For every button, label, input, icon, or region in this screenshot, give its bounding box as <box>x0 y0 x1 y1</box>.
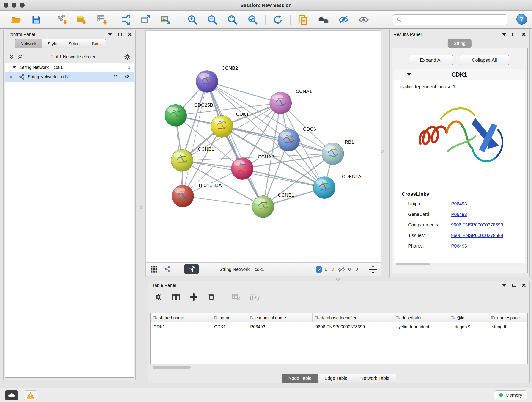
hide-selected-button[interactable] <box>337 14 350 26</box>
zoom-in-button[interactable] <box>186 14 199 26</box>
entry-collapse-icon[interactable] <box>407 73 411 76</box>
scrollbar-thumb[interactable] <box>396 263 430 265</box>
table-cell[interactable]: CDK1 <box>151 324 211 329</box>
network-graph[interactable]: CCNB2CCNA1CDC25BCDK1CDC6RB1CCNB1CCNA2CDK… <box>146 31 381 262</box>
crosslink-link[interactable]: P06493 <box>451 201 467 206</box>
save-session-button[interactable] <box>30 14 43 26</box>
zoom-selected-button[interactable] <box>246 14 259 26</box>
network-node-cdc6[interactable] <box>278 129 300 151</box>
panel-close-icon[interactable]: × <box>522 31 526 38</box>
tab-string[interactable]: String <box>448 39 472 48</box>
hidden-eye-icon[interactable] <box>338 266 345 273</box>
column-header-namespace[interactable]: namespace <box>489 313 528 322</box>
network-collection-row[interactable]: String Network – cdk1 1 <box>6 63 133 71</box>
show-columns-button[interactable] <box>172 293 180 301</box>
tab-style[interactable]: Style <box>42 39 63 48</box>
string-share-icon[interactable] <box>165 265 171 272</box>
panel-close-icon[interactable]: × <box>128 31 132 38</box>
table-horizontal-scrollbar[interactable] <box>152 366 191 369</box>
show-all-button[interactable] <box>357 14 370 26</box>
tab-network[interactable]: Network <box>15 39 42 48</box>
node-entry-header[interactable]: CDK1 <box>394 69 525 80</box>
crosslink-link[interactable]: P06493 <box>451 243 467 249</box>
network-node-ccna1[interactable] <box>270 92 292 114</box>
function-builder-button[interactable]: f(x) <box>250 293 260 301</box>
expand-collections-button[interactable] <box>8 54 15 60</box>
panel-float-icon[interactable] <box>512 32 516 36</box>
tab-network-table[interactable]: Network Table <box>354 374 396 383</box>
import-table-from-file-button[interactable] <box>96 14 109 26</box>
zoom-fit-button[interactable] <box>226 14 239 26</box>
panel-float-icon[interactable] <box>118 32 122 36</box>
minimize-button[interactable] <box>12 3 17 7</box>
memory-button[interactable]: Memory <box>494 390 527 400</box>
results-horizontal-scrollbar[interactable] <box>394 263 525 266</box>
copy-button[interactable] <box>297 14 309 26</box>
panel-collapse-icon[interactable] <box>108 33 113 36</box>
network-edge-ccnb2-hist1h1a[interactable] <box>183 82 207 196</box>
table-settings-gear-button[interactable] <box>154 293 162 301</box>
splitter-handle[interactable] <box>336 278 340 281</box>
network-node-ccnb1[interactable] <box>171 149 193 172</box>
network-edge-ccna2-rb1[interactable] <box>242 154 333 169</box>
delete-column-button[interactable] <box>208 293 215 301</box>
network-canvas[interactable]: CCNB2CCNA1CDC25BCDK1CDC6RB1CCNB1CCNA2CDK… <box>146 31 381 263</box>
table-cell[interactable]: stringdb <box>489 324 528 329</box>
import-network-from-file-button[interactable] <box>56 14 69 26</box>
network-row-selected[interactable]: String Network – cdk1 11 48 <box>6 71 133 82</box>
table-cell[interactable]: P06493 <box>247 324 312 329</box>
table-cell[interactable]: CDK1 <box>211 324 247 329</box>
table-cell[interactable]: stringdb:9... <box>448 324 489 329</box>
column-header--id[interactable]: @id <box>448 313 489 322</box>
network-node-hist1h1a[interactable] <box>172 185 194 207</box>
network-edge-ccna1-hist1h1a[interactable] <box>183 103 281 196</box>
search-input[interactable] <box>404 17 504 23</box>
help-button[interactable]: ? <box>516 14 527 25</box>
tab-edge-table[interactable]: Edge Table <box>318 374 354 383</box>
network-node-ccne1[interactable] <box>252 196 274 218</box>
column-header-canonical-name[interactable]: canonical name <box>247 313 312 322</box>
network-node-ccna2[interactable] <box>231 158 253 180</box>
network-edge-cdk1-rb1[interactable] <box>222 126 333 154</box>
zoom-out-button[interactable] <box>206 14 219 26</box>
collapse-all-button[interactable]: Collapse All <box>460 55 509 65</box>
network-options-gear-button[interactable] <box>124 53 131 60</box>
collapse-collections-button[interactable] <box>17 54 23 60</box>
export-image-button[interactable] <box>159 14 172 26</box>
table-data-row[interactable]: CDK1CDK1P064939606.ENSP00000378699cyclin… <box>151 322 527 331</box>
delete-table-button[interactable] <box>232 293 240 301</box>
export-table-button[interactable] <box>139 14 152 26</box>
collection-expand-icon[interactable] <box>12 66 16 69</box>
network-node-cdkn1a[interactable] <box>313 177 336 199</box>
network-node-rb1[interactable] <box>322 143 344 165</box>
clone-network-button[interactable] <box>119 14 132 26</box>
tab-sets[interactable]: Sets <box>86 39 106 48</box>
birds-eye-view-icon[interactable] <box>150 265 158 273</box>
network-edge-ccnb2-ccna1[interactable] <box>207 82 280 103</box>
cloud-button[interactable] <box>5 390 18 400</box>
table-cell[interactable]: 9606.ENSP00000378699 <box>312 324 393 329</box>
tab-node-table[interactable]: Node Table <box>282 374 318 383</box>
crosslink-link[interactable]: 9606.ENSP00000378699 <box>451 233 503 238</box>
splitter-handle[interactable] <box>140 206 143 209</box>
add-column-button[interactable] <box>190 293 198 301</box>
network-edge-ccne1-hist1h1a[interactable] <box>183 196 263 207</box>
expand-all-button[interactable]: Expand All <box>409 55 453 65</box>
column-header-description[interactable]: description <box>393 313 448 322</box>
panel-collapse-icon[interactable] <box>502 33 507 36</box>
network-node-ccnb2[interactable] <box>196 70 218 93</box>
tab-select[interactable]: Select <box>63 39 86 48</box>
column-header-database-identifier[interactable]: database identifier <box>312 313 393 322</box>
splitter-handle[interactable] <box>381 150 385 153</box>
network-edge-ccnb2-ccne1[interactable] <box>207 82 263 207</box>
selected-nodes-checkbox[interactable] <box>316 266 322 273</box>
column-header-shared-name[interactable]: shared name <box>151 313 211 322</box>
crosslink-link[interactable]: 9606.ENSP00000378699 <box>451 222 503 228</box>
close-button[interactable] <box>4 3 8 7</box>
warnings-button[interactable] <box>24 390 37 400</box>
import-network-from-database-button[interactable] <box>75 14 88 26</box>
open-session-button[interactable] <box>10 14 22 26</box>
panel-close-icon[interactable]: × <box>522 282 526 289</box>
table-cell[interactable]: cyclin-dependent ... <box>393 324 448 329</box>
string-home-button[interactable] <box>317 14 330 26</box>
